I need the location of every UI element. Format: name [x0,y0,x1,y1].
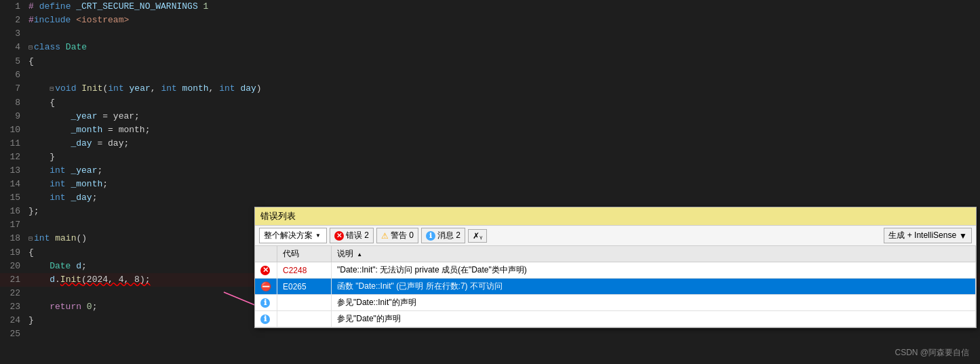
line-number: 11 [0,137,28,150]
code-line: 12 } [0,150,980,164]
error-panel-toolbar: 整个解决方案 ▼ ✕ 错误 2 ⚠ 警告 0 ℹ 消息 2 ✗ᵧ [255,226,976,246]
row-desc-cell: 参见"Date::Init"的声明 [332,295,976,311]
table-row[interactable]: ✕ C2248 "Date::Init": 无法访问 private 成员(在"… [255,262,976,279]
error-desc: "Date::Init": 无法访问 private 成员(在"Date"类中声… [337,265,527,275]
line-content: { [28,55,980,68]
info-btn-label: 消息 2 [437,230,460,241]
error-table: 代码 说明 ▲ ✕ C2248 [255,246,976,327]
code-line: 9 _year = year; [0,110,980,123]
line-number: 13 [0,164,28,178]
code-line: 6 [0,68,980,82]
line-content: _day = day; [28,137,980,150]
error-panel-title: 错误列表 [255,207,976,226]
line-number: 19 [0,246,28,260]
table-header-row: 代码 说明 ▲ [255,246,976,262]
line-content: } [28,150,980,164]
row-code-cell [277,295,332,311]
line-number: 3 [0,27,28,41]
filter-icon: ✗ᵧ [473,231,482,241]
line-content: int _day; [28,191,980,205]
generate-dropdown-arrow-icon: ▼ [959,231,967,241]
line-number: 14 [0,178,28,191]
code-editor: 1 # define _CRT_SECURE_NO_WARNINGS 1 2 #… [0,0,980,364]
row-icon-cell: ℹ [255,311,277,327]
line-content: ⊟class Date [28,41,980,55]
line-number: 2 [0,14,28,27]
line-number: 20 [0,260,28,273]
row-error2-icon: ⛔ [260,281,271,291]
code-line: 7 ⊟void Init(int year, int month, int da… [0,82,980,96]
line-number: 21 [0,273,28,287]
line-content [28,327,980,341]
line-content [28,68,980,82]
col-desc-header: 说明 ▲ [332,246,976,262]
error-code: E0265 [283,282,307,291]
row-desc-cell: "Date::Init": 无法访问 private 成员(在"Date"类中声… [332,262,976,279]
line-content: # define _CRT_SECURE_NO_WARNINGS 1 [28,0,980,14]
row-code-cell: E0265 [277,279,332,295]
watermark-text: CSDN @阿森要自信 [895,348,969,357]
code-line: 1 # define _CRT_SECURE_NO_WARNINGS 1 [0,0,980,14]
error-filter-button[interactable]: ✕ 错误 2 [330,228,374,243]
line-content: #include <iostream> [28,14,980,27]
line-number: 1 [0,0,28,14]
line-number: 4 [0,41,28,54]
code-line: 5 { [0,55,980,68]
code-line: 2 #include <iostream> [0,14,980,27]
info-desc: 参见"Date"的声明 [337,314,401,323]
line-number: 6 [0,68,28,82]
row-icon-cell: ℹ [255,295,277,311]
scope-dropdown[interactable]: 整个解决方案 ▼ [259,228,327,243]
line-number: 25 [0,327,28,341]
table-row-selected[interactable]: ⛔ E0265 函数 "Date::Init" (已声明 所在行数:7) 不可访… [255,279,976,295]
code-line: 25 [0,327,980,341]
info-filter-button[interactable]: ℹ 消息 2 [421,228,465,243]
warning-icon: ⚠ [381,231,389,241]
error-icon: ✕ [334,231,344,241]
info-desc: 参见"Date::Init"的声明 [337,298,416,307]
row-desc-cell: 参见"Date"的声明 [332,311,976,327]
row-error-icon: ✕ [260,266,270,275]
code-line: 8 { [0,96,980,110]
line-number: 17 [0,218,28,232]
dropdown-arrow-icon: ▼ [315,232,321,239]
error-panel-title-text: 错误列表 [260,211,296,221]
col-code-header: 代码 [277,246,332,262]
line-content: ⊟void Init(int year, int month, int day) [28,82,980,96]
line-content: _month = month; [28,123,980,137]
row-icon-cell: ⛔ [255,279,277,295]
code-line: 3 [0,27,980,41]
table-row[interactable]: ℹ 参见"Date::Init"的声明 [255,295,976,311]
line-number: 7 [0,82,28,96]
table-row[interactable]: ℹ 参见"Date"的声明 [255,311,976,327]
warning-filter-button[interactable]: ⚠ 警告 0 [376,228,418,243]
error-panel: 错误列表 整个解决方案 ▼ ✕ 错误 2 ⚠ 警告 0 ℹ 消息 2 [254,207,977,328]
error-code: C2248 [283,266,307,275]
code-line: 11 _day = day; [0,137,980,150]
line-content: { [28,96,980,110]
watermark: CSDN @阿森要自信 [895,347,969,359]
line-number: 18 [0,232,28,245]
line-content: int _year; [28,164,980,178]
line-number: 9 [0,110,28,123]
code-line: 13 int _year; [0,164,980,178]
row-info-icon: ℹ [260,298,270,308]
line-number: 12 [0,150,28,164]
line-number: 23 [0,300,28,314]
generate-btn-label: 生成 + IntelliSense [888,230,956,241]
line-number: 24 [0,314,28,327]
scope-label: 整个解决方案 [264,230,313,241]
code-line: 14 int _month; [0,178,980,191]
filter-button[interactable]: ✗ᵧ [468,229,487,243]
info-icon: ℹ [426,231,435,241]
line-number: 15 [0,191,28,205]
code-line: 4 ⊟class Date [0,41,980,55]
row-icon-cell: ✕ [255,262,277,279]
line-number: 22 [0,287,28,300]
col-icon-header [255,246,277,262]
error-btn-label: 错误 2 [346,230,369,241]
line-content: _year = year; [28,110,980,123]
sort-icon: ▲ [357,251,362,258]
error-desc: 函数 "Date::Init" (已声明 所在行数:7) 不可访问 [337,281,503,291]
generate-button[interactable]: 生成 + IntelliSense ▼ [884,228,972,243]
